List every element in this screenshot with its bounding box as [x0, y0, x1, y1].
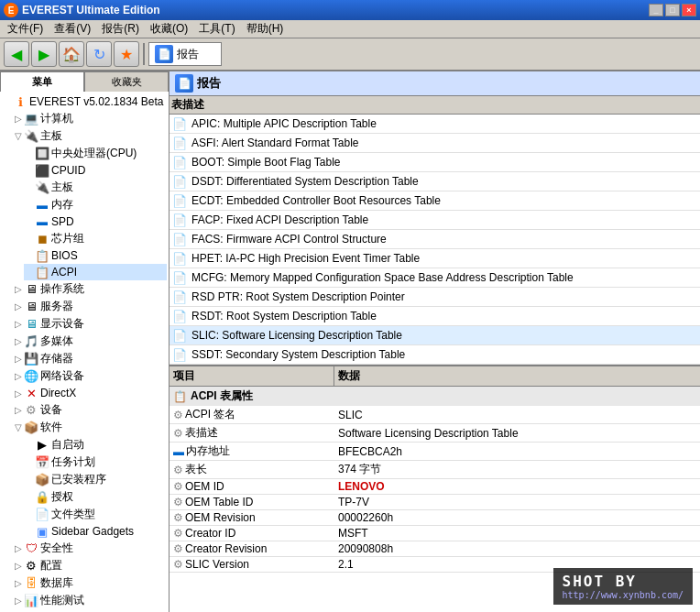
- tree-label: 已安装程序: [51, 472, 106, 487]
- prop-label: SLIC Version: [185, 558, 249, 571]
- license-icon: 🔒: [35, 490, 49, 505]
- tree-item-mb[interactable]: 🔌 主板: [24, 179, 167, 196]
- prop-label: 内存地址: [186, 443, 230, 459]
- property-row[interactable]: ⚙ OEM Revision 00002260h: [170, 510, 700, 526]
- prop-label: OEM Table ID: [185, 496, 253, 508]
- tree-item-tasks[interactable]: 📅 任务计划: [24, 454, 167, 471]
- tree-item-database[interactable]: ▷ 🗄 数据库: [13, 574, 167, 592]
- watermark-line1: SHOT BY: [563, 573, 684, 590]
- tree-item-network[interactable]: ▷ 🌐 网络设备: [13, 367, 167, 385]
- back-button[interactable]: ◀: [4, 41, 29, 67]
- maximize-button[interactable]: □: [665, 4, 680, 16]
- tree-label: 数据库: [40, 575, 73, 591]
- property-name: ⚙ Creator ID: [170, 526, 334, 541]
- property-row[interactable]: ⚙ OEM Table ID TP-7V: [170, 495, 700, 510]
- tree-item-os[interactable]: ▷ 🖥 操作系统: [13, 280, 167, 298]
- table-row[interactable]: 📄 MCFG: Memory Mapped Configuration Spac…: [170, 268, 700, 288]
- page-icon: 📄: [171, 212, 188, 228]
- tree-item-software[interactable]: ▽ 📦 软件: [13, 419, 167, 436]
- property-row[interactable]: ⚙ 表描述 Software Licensing Description Tab…: [170, 424, 700, 443]
- page-icon: 📄: [171, 346, 188, 363]
- table-row[interactable]: 📄 FACS: Firmware ACPI Control Structure: [170, 230, 700, 249]
- expander: ▽: [13, 422, 24, 432]
- table-row[interactable]: 📄 HPET: IA-PC High Precision Event Timer…: [170, 249, 700, 268]
- prop-label: ACPI 签名: [185, 407, 235, 422]
- tree-label: 任务计划: [51, 454, 95, 470]
- tree-item-spd[interactable]: ▬ SPD: [24, 213, 167, 230]
- tree-item-multimedia[interactable]: ▷ 🎵 多媒体: [13, 333, 167, 350]
- upper-table: 表描述 📄 APIC: Multiple APIC Description Ta…: [170, 96, 700, 366]
- table-row[interactable]: 📄 ECDT: Embedded Controller Boot Resourc…: [170, 191, 700, 211]
- property-row[interactable]: ⚙ Creator ID MSFT: [170, 526, 700, 541]
- table-row[interactable]: 📄 ASFI: Alert Standard Format Table: [170, 134, 700, 153]
- tree-item-cpu[interactable]: 🔲 中央处理器(CPU): [24, 145, 167, 162]
- menu-tools[interactable]: 工具(T): [193, 19, 240, 38]
- tab-favorites[interactable]: 收藏夹: [84, 71, 169, 92]
- menu-report[interactable]: 报告(R): [96, 19, 145, 38]
- prop-label: 表长: [185, 462, 207, 477]
- server-icon: 🖥: [24, 300, 38, 314]
- property-row[interactable]: ▬ 内存地址 BFECBCA2h: [170, 443, 700, 461]
- close-button[interactable]: ×: [682, 4, 696, 16]
- property-row[interactable]: ⚙ Creator Revision 20090808h: [170, 541, 700, 557]
- property-row[interactable]: ⚙ OEM ID LENOVO: [170, 479, 700, 495]
- property-name: ⚙ OEM Table ID: [170, 495, 334, 509]
- report-label: 报告: [177, 47, 199, 62]
- tree-item-license[interactable]: 🔒 授权: [24, 488, 167, 506]
- expander: ▷: [13, 336, 24, 346]
- table-row[interactable]: 📄 BOOT: Simple Boot Flag Table: [170, 153, 700, 172]
- table-row[interactable]: 📄 RSD PTR: Root System Description Point…: [170, 288, 700, 307]
- multimedia-icon: 🎵: [24, 334, 38, 349]
- property-name: ▬ 内存地址: [170, 443, 334, 460]
- property-row[interactable]: ⚙ 表长 374 字节: [170, 461, 700, 479]
- menu-file[interactable]: 文件(F): [2, 19, 49, 38]
- minimize-button[interactable]: _: [649, 4, 663, 16]
- tree-item-security[interactable]: ▷ 🛡 安全性: [13, 540, 167, 557]
- refresh-button[interactable]: ↻: [86, 41, 112, 67]
- menu-help[interactable]: 帮助(H): [241, 19, 290, 38]
- tree-item-installed[interactable]: 📦 已安装程序: [24, 471, 167, 488]
- tree-item-directx[interactable]: ▷ ✕ DirectX: [13, 385, 167, 401]
- table-row[interactable]: 📄 DSDT: Differentiated System Descriptio…: [170, 172, 700, 191]
- property-row[interactable]: ⚙ ACPI 签名 SLIC: [170, 406, 700, 424]
- lower-table-header: 项目 数据: [170, 366, 700, 387]
- menu-favorites[interactable]: 收藏(O): [145, 19, 193, 38]
- menu-view[interactable]: 查看(V): [49, 19, 96, 38]
- tree-label: 显示设备: [40, 316, 84, 332]
- forward-button[interactable]: ▶: [31, 41, 57, 67]
- tree-item-devices[interactable]: ▷ ⚙ 设备: [13, 401, 167, 419]
- tree-item-display[interactable]: ▷ 🖥 显示设备: [13, 315, 167, 333]
- property-name: ⚙ OEM Revision: [170, 510, 334, 525]
- property-name: ⚙ SLIC Version: [170, 557, 334, 572]
- tab-bar: 菜单 收藏夹: [0, 71, 169, 92]
- tree-item-sidebar[interactable]: ▣ Sidebar Gadgets: [24, 523, 167, 540]
- tree-item-computer[interactable]: ▷ 💻 计算机: [13, 110, 167, 127]
- prop-icon: ⚙: [173, 480, 183, 493]
- tree-item-storage[interactable]: ▷ 💾 存储器: [13, 350, 167, 367]
- table-row[interactable]: 📄 APIC: Multiple APIC Description Table: [170, 115, 700, 134]
- table-row[interactable]: 📄 FACP: Fixed ACPI Description Table: [170, 211, 700, 230]
- tree-label: 存储器: [40, 351, 73, 366]
- tree-item-server[interactable]: ▷ 🖥 服务器: [13, 298, 167, 315]
- home-button[interactable]: 🏠: [59, 41, 84, 67]
- tree-item-config[interactable]: ▷ ⚙ 配置: [13, 557, 167, 574]
- prop-label: 表描述: [185, 425, 218, 441]
- toolbar: ◀ ▶ 🏠 ↻ ★ 📄 报告: [0, 38, 700, 71]
- prop-icon: ⚙: [173, 427, 183, 440]
- favorites-button[interactable]: ★: [114, 41, 139, 67]
- tree-item-everest[interactable]: ℹ EVEREST v5.02.1834 Beta: [2, 93, 167, 110]
- tree-item-perftest[interactable]: ▷ 📊 性能测试: [13, 592, 167, 609]
- table-row[interactable]: 📄 SSDT: Secondary System Description Tab…: [170, 345, 700, 365]
- tree-item-bios[interactable]: 📋 BIOS: [24, 247, 167, 264]
- tree-item-motherboard[interactable]: ▽ 🔌 主板: [13, 127, 167, 145]
- tree-item-cpuid[interactable]: ⬛ CPUID: [24, 162, 167, 179]
- tree-item-acpi[interactable]: 📋 ACPI: [24, 264, 167, 280]
- tree-item-startup[interactable]: ▶ 自启动: [24, 436, 167, 454]
- table-row[interactable]: 📄 SLIC: Software Licensing Description T…: [170, 326, 700, 345]
- tree-item-chipset[interactable]: ◼ 芯片组: [24, 230, 167, 247]
- tab-menu[interactable]: 菜单: [0, 71, 84, 92]
- tree-item-memory[interactable]: ▬ 内存: [24, 196, 167, 213]
- row-text: HPET: IA-PC High Precision Event Timer T…: [190, 251, 700, 266]
- table-row[interactable]: 📄 RSDT: Root System Description Table: [170, 307, 700, 326]
- tree-item-filetypes[interactable]: 📄 文件类型: [24, 506, 167, 523]
